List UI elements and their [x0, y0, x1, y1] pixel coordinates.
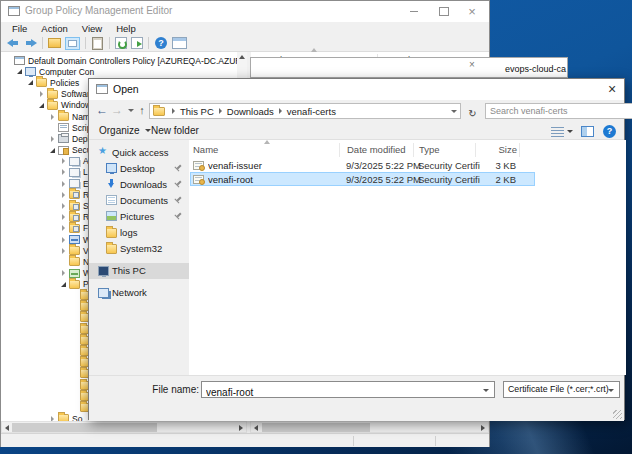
tree-expander-icon[interactable]	[59, 190, 68, 199]
menu-item[interactable]: File	[5, 22, 34, 35]
tree-expander-icon[interactable]	[59, 269, 68, 278]
scroll-up-icon[interactable]	[239, 55, 245, 59]
resize-grip[interactable]	[613, 410, 622, 419]
breadcrumb-venafi-certs[interactable]: venafi-certs	[287, 106, 336, 117]
help-icon[interactable]	[155, 37, 167, 49]
organize-button[interactable]: Organize	[99, 125, 151, 136]
tree-expander-icon[interactable]	[48, 414, 57, 421]
list-horizontal-scrollbar[interactable]	[250, 421, 489, 433]
help-icon[interactable]	[603, 125, 616, 138]
menu-item[interactable]: Help	[109, 22, 143, 35]
sidebar-item[interactable]: Quick access	[89, 144, 189, 160]
view-mode-icon[interactable]	[551, 127, 564, 137]
tree-expander-icon[interactable]	[59, 179, 68, 188]
tree-expander-icon[interactable]	[59, 235, 68, 244]
type-column-header[interactable]: Type	[419, 144, 440, 155]
size-column-header[interactable]: Size	[481, 144, 517, 155]
scroll-left-icon[interactable]	[5, 425, 9, 431]
scrollbar-thumb[interactable]	[262, 423, 370, 432]
console-icon[interactable]	[172, 37, 187, 49]
gpo-titlebar[interactable]: Group Policy Management Editor	[1, 1, 489, 22]
file-type-combobox[interactable]: Certificate File (*.cer;*.crt)	[503, 381, 620, 398]
sidebar-item[interactable]: Pictures	[89, 208, 189, 224]
sidebar-item[interactable]: Downloads	[89, 176, 189, 192]
sidebar-item[interactable]: This PC	[89, 263, 189, 279]
clipboard-icon[interactable]	[92, 37, 103, 50]
tree-expander-icon[interactable]	[48, 146, 57, 155]
sidebar-item[interactable]: Documents	[89, 192, 189, 208]
forward-button[interactable]	[110, 102, 124, 118]
breadcrumb-chevron-icon[interactable]	[219, 108, 222, 114]
tree-expander-icon[interactable]	[70, 313, 79, 322]
tree-expander-icon[interactable]	[59, 224, 68, 233]
tree-expander-icon[interactable]	[37, 90, 46, 99]
back-button[interactable]	[95, 102, 109, 118]
menu-item[interactable]: View	[75, 22, 109, 35]
chevron-down-icon[interactable]	[483, 389, 489, 392]
tree-expander-icon[interactable]	[37, 101, 46, 110]
sidebar-item[interactable]: logs	[89, 224, 189, 240]
tree-horizontal-scrollbar[interactable]	[1, 421, 247, 433]
tree-expander-icon[interactable]	[59, 202, 68, 211]
tree-expander-icon[interactable]	[70, 392, 79, 401]
tree-expander-icon[interactable]	[59, 280, 68, 289]
breadcrumb-chevron-icon[interactable]	[279, 108, 282, 114]
column-divider[interactable]	[413, 143, 414, 157]
scroll-left-icon[interactable]	[254, 425, 258, 431]
chevron-down-icon[interactable]	[608, 389, 614, 392]
tree-expander-icon[interactable]	[70, 403, 79, 412]
name-column-header[interactable]: Name	[193, 144, 218, 155]
refresh-button[interactable]	[465, 103, 480, 119]
column-divider[interactable]	[339, 143, 340, 157]
breadcrumb-chevron-icon[interactable]	[172, 108, 175, 114]
forward-icon[interactable]	[24, 38, 37, 49]
search-box[interactable]	[485, 103, 632, 119]
back-icon[interactable]	[7, 38, 20, 49]
tree-expander-icon[interactable]	[70, 325, 79, 334]
file-name-input[interactable]	[202, 385, 478, 400]
tree-expander-icon[interactable]	[70, 347, 79, 356]
tree-expander-icon[interactable]	[59, 257, 68, 266]
file-row[interactable]: venafi-root 9/3/2025 5:22 PM Security Ce…	[190, 172, 535, 186]
open-dialog-titlebar[interactable]: Open ×	[89, 79, 624, 100]
menu-item[interactable]: Action	[34, 22, 74, 35]
show-console-tree-icon[interactable]	[48, 38, 61, 48]
address-dropdown-icon[interactable]	[451, 110, 457, 113]
sidebar-item[interactable]: Network	[89, 285, 189, 301]
tree-expander-icon[interactable]	[70, 302, 79, 311]
file-row[interactable]: venafi-issuer 9/3/2025 5:22 PM Security …	[190, 158, 535, 172]
maximize-button[interactable]	[433, 3, 455, 19]
tree-expander-icon[interactable]	[70, 358, 79, 367]
tree-expander-icon[interactable]	[4, 56, 13, 65]
tree-expander-icon[interactable]	[48, 134, 57, 143]
tree-expander-icon[interactable]	[70, 336, 79, 345]
file-name-combobox[interactable]	[201, 381, 495, 398]
refresh-icon[interactable]	[115, 37, 127, 49]
tree-expander-icon[interactable]	[70, 369, 79, 378]
tree-expander-icon[interactable]	[48, 112, 57, 121]
close-icon[interactable]: ×	[469, 59, 475, 70]
column-divider[interactable]	[475, 143, 476, 157]
export-list-icon[interactable]	[131, 37, 143, 49]
tree-expander-icon[interactable]	[70, 291, 79, 300]
tree-expander-icon[interactable]	[59, 213, 68, 222]
close-icon[interactable]: ×	[601, 80, 623, 98]
new-folder-button[interactable]: New folder	[151, 125, 199, 136]
tree-expander-icon[interactable]	[15, 67, 24, 76]
view-dropdown-icon[interactable]	[567, 130, 573, 133]
breadcrumb-this-pc[interactable]: This PC	[180, 106, 214, 117]
breadcrumb-downloads[interactable]: Downloads	[227, 106, 274, 117]
tree-expander-icon[interactable]	[59, 246, 68, 255]
address-bar[interactable]: This PC Downloads venafi-certs	[149, 103, 461, 119]
console-window-icon[interactable]	[65, 37, 80, 50]
minimize-button[interactable]	[403, 3, 425, 19]
scroll-right-icon[interactable]	[481, 425, 485, 431]
close-button[interactable]	[461, 3, 483, 19]
sidebar-item[interactable]: System32	[89, 241, 189, 257]
tree-item[interactable]: Default Domain Controllers Policy [AZURE…	[1, 55, 247, 66]
scrollbar-thumb[interactable]	[12, 423, 157, 432]
preview-pane-icon[interactable]	[581, 126, 594, 137]
up-button[interactable]	[135, 102, 149, 118]
date-modified-column-header[interactable]: Date modified	[347, 144, 406, 155]
tree-expander-icon[interactable]	[70, 381, 79, 390]
